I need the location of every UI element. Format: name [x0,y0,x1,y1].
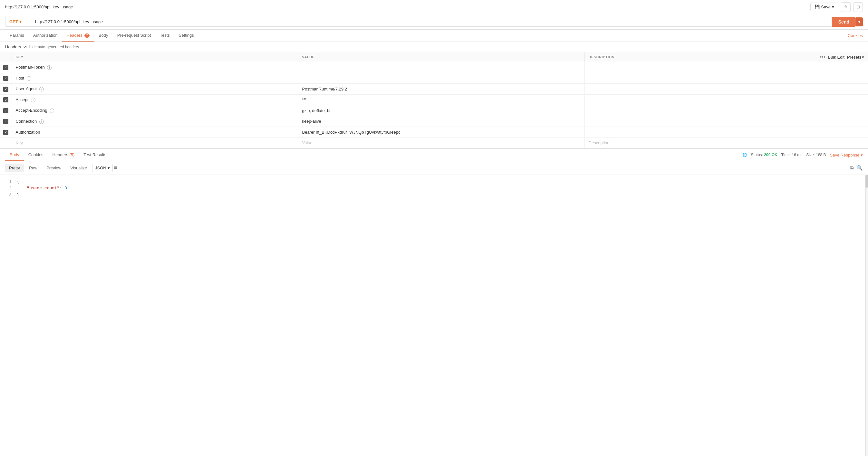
row-checkbox-3[interactable] [0,94,11,105]
col-checkbox [0,52,11,62]
row-value-6[interactable]: Bearer hf_BKDcdPkdrufTWJNQbTgUvkwttJfpGl… [298,127,585,138]
row-checkbox-4[interactable] [0,105,11,116]
row-desc-1[interactable] [585,73,810,84]
info-icon[interactable]: i [27,76,31,81]
fmt-pretty[interactable]: Pretty [5,164,24,172]
row-checkbox-1[interactable] [0,73,11,84]
empty-value[interactable]: Value [298,137,585,148]
info-icon[interactable]: i [50,108,54,113]
headers-section-bar: Headers 👁 Hide auto-generated headers [0,42,868,52]
request-title: http://127.0.0.1:5000/api_key_usage [5,4,73,9]
info-icon[interactable]: i [39,120,44,124]
table-row: Authorization Bearer hf_BKDcdPkdrufTWJNQ… [0,127,868,138]
row-key-3[interactable]: Accept i [11,94,298,105]
presets-button[interactable]: Presets ▾ [847,55,864,60]
search-button[interactable]: 🔍 [857,165,863,171]
copy-button[interactable]: ⧉ [850,165,854,171]
code-line-2: 2 "usage_count": 3 [5,185,863,192]
tab-authorization[interactable]: Authorization [29,30,62,41]
rtab-headers[interactable]: Headers (5) [48,149,79,161]
method-label: GET [9,19,18,24]
row-desc-2[interactable] [585,84,810,95]
row-key-5[interactable]: Connection i [11,116,298,127]
tab-body[interactable]: Body [94,30,113,41]
row-value-1[interactable] [298,73,585,84]
info-icon[interactable]: i [31,98,35,102]
top-bar-left: http://127.0.0.1:5000/api_key_usage [5,4,73,9]
row-value-5[interactable]: keep-alive [298,116,585,127]
empty-key[interactable]: Key [11,137,298,148]
headers-table: KEY VALUE DESCRIPTION ••• Bulk Edit Pr [0,52,868,148]
search-icon: 🔍 [857,165,863,171]
row-checkbox-6[interactable] [0,127,11,138]
top-bar: http://127.0.0.1:5000/api_key_usage 💾 Sa… [0,0,868,14]
filter-button[interactable]: ≡ [114,165,117,171]
row-desc-4[interactable] [585,105,810,116]
bulk-edit-button[interactable]: Bulk Edit [828,55,844,60]
share-button[interactable]: ⊡ [853,2,863,12]
scrollbar[interactable] [865,175,868,456]
hide-auto-headers-button[interactable]: 👁 Hide auto-generated headers [24,45,79,49]
rtab-body[interactable]: Body [5,149,24,161]
row-value-0[interactable] [298,62,585,73]
table-row: User-Agent i PostmanRuntime/7.29.2 [0,84,868,95]
status-badge: Status: 200 OK [751,153,777,157]
fmt-raw[interactable]: Raw [25,164,41,172]
fmt-visualize[interactable]: Visualize [66,164,91,172]
col-key: KEY [11,52,298,62]
info-icon[interactable]: i [39,87,44,92]
row-checkbox-2[interactable] [0,84,11,95]
row-checkbox-5[interactable] [0,116,11,127]
code-line-1: 1 { [5,179,863,186]
response-code-area: 1 { 2 "usage_count": 3 3 } [0,175,868,202]
rtab-test-results[interactable]: Test Results [79,149,111,161]
row-key-0[interactable]: Postman-Token i [11,62,298,73]
save-icon: 💾 [814,4,820,9]
row-key-2[interactable]: User-Agent i [11,84,298,95]
save-response-button[interactable]: Save Response ▾ [830,153,863,158]
tab-tests[interactable]: Tests [155,30,174,41]
json-dropdown-icon: ▾ [107,165,110,170]
row-desc-5[interactable] [585,116,810,127]
scrollbar-thumb[interactable] [865,175,868,188]
top-bar-right: 💾 Save ▾ ✎ ⊡ [810,2,863,12]
globe-icon: 🌐 [742,153,747,157]
row-key-4[interactable]: Accept-Encoding i [11,105,298,116]
row-key-6[interactable]: Authorization [11,127,298,138]
empty-row: Key Value Description [0,137,868,148]
table-row: Accept-Encoding i gzip, deflate, br [0,105,868,116]
send-button[interactable]: Send [832,17,856,27]
save-button[interactable]: 💾 Save ▾ [810,3,838,11]
info-icon[interactable]: i [47,65,52,70]
row-desc-0[interactable] [585,62,810,73]
format-bar: Pretty Raw Preview Visualize JSON ▾ ≡ ⧉ … [0,161,868,175]
row-key-1[interactable]: Host i [11,73,298,84]
tab-settings[interactable]: Settings [174,30,198,41]
url-input[interactable] [31,17,832,27]
method-select[interactable]: GET ▾ [5,17,31,27]
response-size: Size: 188 B [806,153,826,157]
filter-icon: ≡ [114,165,117,170]
col-description: DESCRIPTION [585,52,810,62]
code-area-wrapper: 1 { 2 "usage_count": 3 3 } [0,175,868,456]
send-dropdown-button[interactable]: ▾ [856,18,863,26]
row-value-4[interactable]: gzip, deflate, br [298,105,585,116]
response-time: Time: 16 ms [781,153,803,157]
json-selector[interactable]: JSON ▾ [92,164,113,172]
tab-prerequest[interactable]: Pre-request Script [113,30,156,41]
fmt-preview[interactable]: Preview [42,164,65,172]
tab-params[interactable]: Params [5,30,29,41]
more-options-button[interactable]: ••• [820,54,826,60]
cookies-link[interactable]: Cookies [848,33,863,38]
request-bar: GET ▾ Send ▾ [0,14,868,30]
edit-button[interactable]: ✎ [841,2,850,12]
row-desc-6[interactable] [585,127,810,138]
row-value-3[interactable]: */* [298,94,585,105]
row-value-2[interactable]: PostmanRuntime/7.29.2 [298,84,585,95]
tab-headers[interactable]: Headers 7 [62,30,94,41]
row-checkbox-0[interactable] [0,62,11,73]
rtab-cookies[interactable]: Cookies [24,149,48,161]
table-row: Accept i */* [0,94,868,105]
empty-desc[interactable]: Description [585,137,810,148]
row-desc-3[interactable] [585,94,810,105]
